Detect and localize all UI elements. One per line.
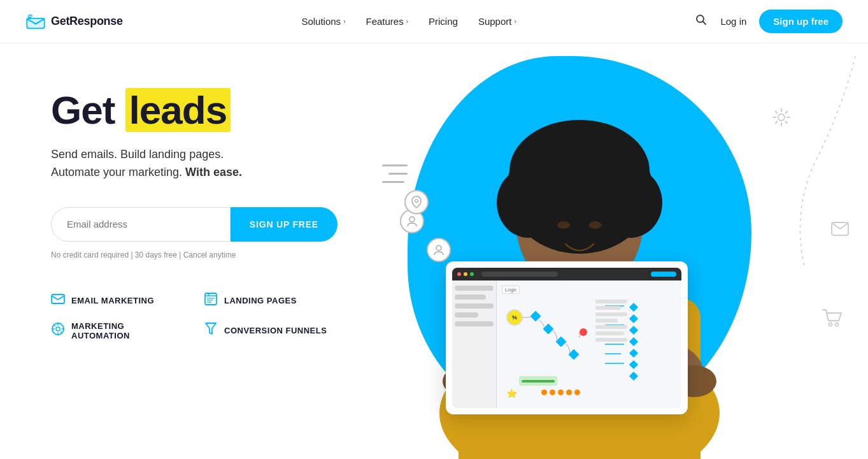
sidebar-row-5 [455, 321, 494, 326]
logo[interactable]: GetResponse [25, 14, 123, 29]
user-circle-icon-2 [427, 238, 451, 262]
automation-icon [51, 322, 65, 339]
laptop-topbar [452, 268, 681, 280]
email-input[interactable] [51, 207, 231, 242]
solutions-chevron-icon: › [343, 18, 345, 25]
feature-conversion-funnels[interactable]: CONVERSION FUNNELS [204, 321, 338, 340]
logo-icon [25, 14, 46, 29]
workflow-green-element [519, 376, 557, 386]
svg-point-38 [436, 245, 441, 251]
float-location-icon [404, 190, 429, 214]
svg-point-32 [589, 221, 602, 229]
svg-point-37 [409, 217, 415, 222]
feature-conversion-funnels-label: CONVERSION FUNNELS [224, 326, 327, 335]
laptop-workflow: Logo % [497, 280, 681, 408]
search-icon [695, 13, 708, 26]
search-button[interactable] [695, 13, 708, 29]
svg-rect-6 [205, 293, 217, 305]
svg-line-18 [54, 325, 55, 326]
svg-point-30 [544, 129, 615, 174]
nav-links: Solutions › Features › Pricing Support › [301, 16, 516, 27]
hero-section: Get leads Send emails. Build landing pag… [0, 43, 868, 459]
sidebar-row-3 [455, 303, 494, 309]
svg-line-19 [60, 332, 62, 333]
workflow-bar-group [595, 300, 627, 344]
headline-leads: leads [125, 88, 231, 132]
topbar-accent [651, 272, 676, 277]
location-circle-icon [404, 190, 429, 214]
svg-point-39 [415, 200, 418, 203]
features-chevron-icon: › [406, 18, 408, 25]
headline-get: Get [51, 88, 125, 132]
nav-pricing[interactable]: Pricing [429, 16, 458, 27]
signup-nav-button[interactable]: Sign up free [759, 10, 843, 33]
landing-pages-icon [204, 293, 218, 309]
svg-point-13 [56, 327, 60, 331]
orange-dot-2 [550, 390, 555, 395]
topbar-url-bar [481, 272, 558, 277]
float-user-icon-2 [427, 238, 451, 262]
workflow-orange-dots [541, 390, 580, 395]
laptop-card: Logo % [446, 261, 688, 414]
topbar-dot-yellow [464, 272, 467, 276]
feature-landing-pages[interactable]: LANDING PAGES [204, 293, 338, 309]
feature-landing-pages-label: LANDING PAGES [224, 296, 297, 305]
workflow-right-diamonds [630, 304, 637, 379]
topbar-dot-green [470, 272, 474, 276]
orange-dot-4 [566, 390, 572, 395]
workflow-lines-svg [497, 280, 681, 408]
form-disclaimer: No credit card required | 30 days free |… [51, 251, 338, 259]
svg-point-42 [829, 323, 832, 326]
nav-features[interactable]: Features › [366, 16, 408, 27]
svg-line-4 [703, 22, 706, 25]
orange-dot-5 [574, 390, 580, 395]
laptop-sidebar [452, 280, 497, 408]
workflow-trophy-icon: ⭐ [506, 388, 517, 398]
hero-left: Get leads Send emails. Build landing pag… [0, 43, 369, 459]
login-link[interactable]: Log in [720, 16, 746, 27]
nav-support[interactable]: Support › [478, 16, 516, 27]
email-icon [51, 294, 65, 307]
navbar: GetResponse Solutions › Features › Prici… [0, 0, 868, 43]
funnel-icon [204, 323, 218, 339]
feature-email-marketing-label: EMAIL MARKETING [71, 296, 154, 305]
nav-solutions[interactable]: Solutions › [301, 16, 345, 27]
hero-subheadline: Send emails. Build landing pages. Automa… [51, 146, 338, 182]
svg-point-43 [836, 323, 839, 326]
laptop-content: Logo % [452, 280, 681, 408]
support-chevron-icon: › [514, 18, 516, 25]
logo-text: GetResponse [51, 15, 123, 28]
orange-dot-1 [541, 390, 547, 395]
feature-marketing-automation-label: MARKETING AUTOMATION [71, 321, 185, 340]
hero-right: Logo % [369, 43, 868, 459]
gear-icon-decoration [771, 107, 792, 132]
signup-form: SIGN UP FREE [51, 207, 338, 242]
sidebar-row-1 [455, 286, 494, 291]
features-grid: EMAIL MARKETING LANDING PAGES [51, 293, 338, 340]
svg-point-40 [778, 114, 785, 120]
orange-dot-3 [558, 390, 564, 395]
feature-email-marketing[interactable]: EMAIL MARKETING [51, 293, 185, 309]
signup-form-button[interactable]: SIGN UP FREE [231, 207, 338, 242]
laptop-screen: Logo % [452, 268, 681, 408]
cart-icon-decoration [822, 309, 843, 332]
svg-point-31 [557, 221, 570, 229]
email-icon-decoration [831, 222, 849, 240]
nav-actions: Log in Sign up free [695, 10, 843, 33]
feature-marketing-automation[interactable]: MARKETING AUTOMATION [51, 321, 185, 340]
sidebar-row-2 [455, 295, 486, 300]
topbar-dot-red [457, 272, 461, 276]
hero-headline: Get leads [51, 88, 338, 132]
sidebar-row-4 [455, 312, 478, 317]
